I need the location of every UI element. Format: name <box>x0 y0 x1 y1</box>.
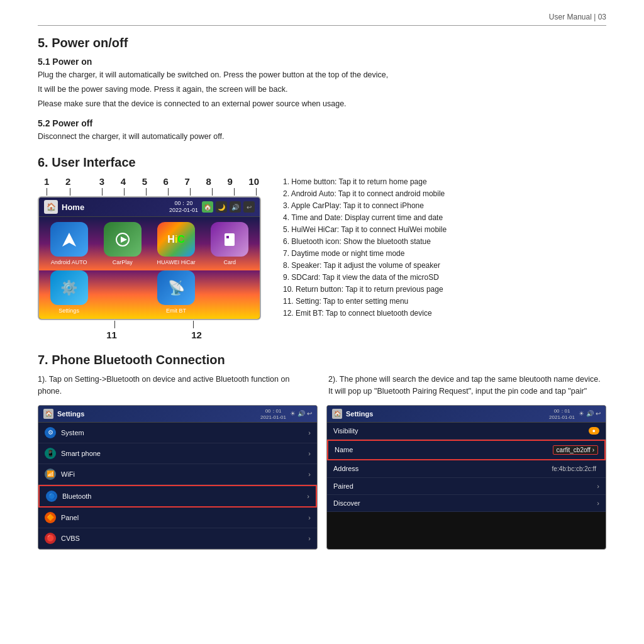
card-icon <box>211 222 248 257</box>
section5-p4: Disconnect the charger, it will automati… <box>38 131 606 143</box>
detail-paired: Paired › <box>327 478 606 495</box>
svg-marker-1 <box>121 236 127 243</box>
app-hicar: HiC HUAWEI HiCar <box>152 222 201 265</box>
hicar-app-icon: HiC <box>157 222 195 257</box>
ui-legend: 1. Home button: Tap it to return home pa… <box>283 176 606 340</box>
section5-title: 5. Power on/off <box>38 36 606 50</box>
legend-11: 11. Setting: Tap to enter setting menu <box>283 296 606 307</box>
settings-label: Settings <box>58 308 79 314</box>
legend-10: 10. Return button: Tap it to return prev… <box>283 284 606 295</box>
bt-screens: 🏠 Settings 00：01 2021-01-01 ☀ 🔊 ↩ ⚙ Syst… <box>38 405 606 550</box>
app-grid-row2: ⚙️ Settings 📡 Emit BT <box>39 270 260 319</box>
num-6: 6 <box>164 176 169 187</box>
system-icon: ⚙ <box>45 427 56 438</box>
legend-5: 5. HuiWei HiCar: Tap it to connect HuiWe… <box>283 224 606 235</box>
bt-screen-left: 🏠 Settings 00：01 2021-01-01 ☀ 🔊 ↩ ⚙ Syst… <box>38 405 318 550</box>
legend-1: 1. Home button: Tap it to return home pa… <box>283 176 606 187</box>
app-carplay: CarPlay <box>97 222 147 265</box>
bluetooth-label: Bluetooth <box>62 492 91 500</box>
section7-title: 7. Phone Bluetooth Connection <box>38 353 606 367</box>
bt-vol-icon-r: 🔊 <box>586 410 594 417</box>
section-7: 7. Phone Bluetooth Connection 1). Tap on… <box>38 353 606 550</box>
visibility-toggle: ● <box>589 427 599 435</box>
empty2-icon <box>211 270 248 305</box>
section5-p1: Plug the charger, it will automatically … <box>38 69 606 81</box>
app-card: Card <box>205 222 255 265</box>
app-empty2 <box>205 270 255 314</box>
system-arrow: › <box>308 429 311 436</box>
settings-system: ⚙ System › <box>38 423 317 443</box>
cvbs-icon: 🔴 <box>45 533 56 544</box>
visibility-label: Visibility <box>333 427 358 435</box>
section5-p3: Please make sure that the device is conn… <box>38 98 606 110</box>
address-value: fe:4b:bc:cb:2c:ff <box>549 465 599 473</box>
num-12: 12 <box>191 330 202 340</box>
legend-12: 12. Emit BT: Tap to connect bluetooth de… <box>283 308 606 319</box>
num-9: 9 <box>227 176 232 187</box>
bt-date-left: 2021-01-01 <box>260 414 286 420</box>
legend-8: 8. Speaker: Tap it adjust the volume of … <box>283 260 606 271</box>
settings-panel: 🔶 Panel › <box>38 508 317 528</box>
empty-icon <box>104 270 142 305</box>
bt-desc-left: 1). Tap on Setting->Bluetooth on device … <box>38 374 316 400</box>
svg-rect-2 <box>225 233 235 246</box>
legend-4: 4. Time and Date: Display current time a… <box>283 212 606 223</box>
ui-diagram: 1 2 3 4 5 6 7 8 9 10 <box>38 176 270 340</box>
settings-list-right: Visibility ● Name carfit_cb2off › Addres… <box>327 423 606 512</box>
hicar-icon: 🏠 <box>202 201 213 213</box>
device-topbar: 🏠 Home 00：20 2022-01-01 🏠 🌙 🔊 ↩ <box>39 197 260 217</box>
app-grid-row1: Android AUTO CarPlay HiC HUAWEI HiCar <box>39 217 260 270</box>
bt-desc-right: 2). The phone will search the device and… <box>328 374 606 400</box>
num-10: 10 <box>248 176 259 187</box>
app-settings: ⚙️ Settings <box>44 270 94 314</box>
wifi-arrow: › <box>308 470 311 478</box>
app-empty <box>97 270 147 314</box>
panel-arrow: › <box>308 514 311 521</box>
num-3: 3 <box>99 176 104 187</box>
speaker-icon: 🔊 <box>230 201 241 213</box>
num-11: 11 <box>106 330 117 340</box>
settings-wifi: 📶 WiFi › <box>38 464 317 485</box>
home-icon: 🏠 <box>44 200 58 214</box>
carplay-icon <box>104 222 142 257</box>
section5-p2: It will be the power saving mode. Press … <box>38 84 606 96</box>
legend-2: 2. Android Auto: Tap it to connect andro… <box>283 188 606 199</box>
num-2: 2 <box>65 176 70 187</box>
moon-icon: 🌙 <box>216 201 227 213</box>
home-label: Home <box>62 203 165 212</box>
num-1: 1 <box>44 176 49 187</box>
bt-topbar-title-right: Settings <box>346 410 545 418</box>
page-header: User Manual | 03 <box>38 13 606 26</box>
bt-back-icon-r: ↩ <box>596 410 601 417</box>
wifi-label: WiFi <box>61 470 75 478</box>
bt-vol-icon: 🔊 <box>297 410 305 417</box>
bt-back-icon: ↩ <box>307 410 312 417</box>
name-value: carfit_cb2off › <box>553 445 598 455</box>
system-label: System <box>61 429 84 436</box>
android-auto-icon <box>50 222 88 257</box>
settings-cvbs: 🔴 CVBS › <box>38 528 317 549</box>
topbar-time: 00：20 2022-01-01 <box>169 200 198 214</box>
bt-time-right: 00：01 <box>549 408 575 414</box>
smartphone-arrow: › <box>308 450 311 457</box>
cvbs-arrow: › <box>308 535 311 542</box>
legend-9: 9. SDCard: Tap it view the data of the m… <box>283 272 606 283</box>
settings-list-left: ⚙ System › 📱 Smart phone › 📶 WiFi › 🔵 Bl… <box>38 423 317 549</box>
detail-visibility: Visibility ● <box>327 423 606 440</box>
discover-arrow: › <box>597 499 599 507</box>
num-5: 5 <box>142 176 147 187</box>
bt-time-left: 00：01 <box>260 408 286 414</box>
detail-discover: Discover › <box>327 495 606 512</box>
carplay-label: CarPlay <box>113 259 133 265</box>
bt-sun-icon-r: ☀ <box>579 410 584 417</box>
page-number: User Manual | 03 <box>549 13 606 21</box>
bt-home-icon-left: 🏠 <box>43 409 53 419</box>
legend-6: 6. Bluetooth icon: Show the bluetooth st… <box>283 236 606 247</box>
bt-topbar-icons-left: ☀ 🔊 ↩ <box>290 410 312 417</box>
panel-icon: 🔶 <box>45 512 56 523</box>
legend-3: 3. Apple CarPlay: Tap it to connect iPho… <box>283 200 606 211</box>
settings-icon: ⚙️ <box>50 270 88 305</box>
bt-topbar-title-left: Settings <box>57 410 257 418</box>
section6-title: 6. User Interface <box>38 155 606 170</box>
section-5: 5. Power on/off 5.1 Power on Plug the ch… <box>38 36 606 143</box>
